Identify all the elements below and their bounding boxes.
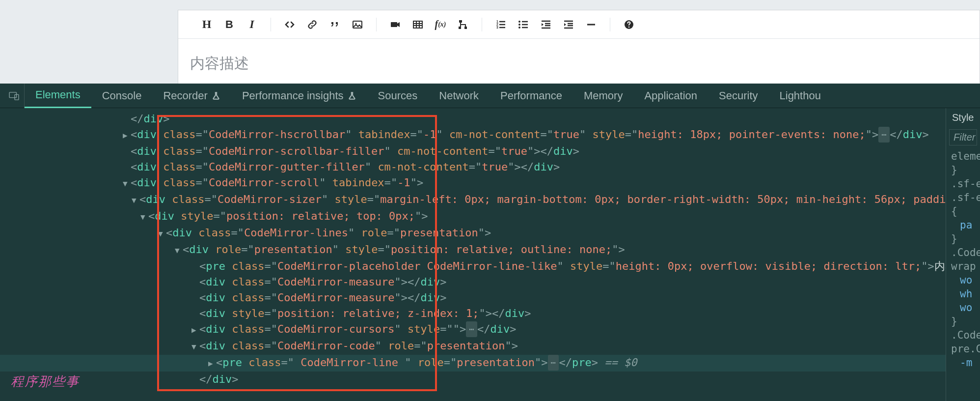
styles-rule-line[interactable]: wrap: [946, 259, 980, 273]
ordered-list-button[interactable]: 123: [494, 18, 508, 31]
dom-node[interactable]: <div class="CodeMirror-gutter-filler" cm…: [0, 159, 946, 175]
styles-filter-input[interactable]: Filter: [949, 129, 977, 145]
help-button[interactable]: [622, 18, 636, 31]
styles-rule-line[interactable]: }: [946, 315, 980, 328]
svg-rect-4: [459, 20, 462, 23]
styles-rule-line[interactable]: .sf-e: [946, 177, 980, 191]
styles-panel[interactable]: Style Filter eleme}.sf-e.sf-e{pa}.Codewr…: [946, 108, 980, 401]
elements-tree[interactable]: </div>▶<div class="CodeMirror-hscrollbar…: [0, 108, 946, 401]
styles-rule-line[interactable]: wh: [946, 287, 980, 301]
svg-point-14: [628, 26, 629, 27]
styles-rule-line[interactable]: wo: [946, 301, 980, 315]
dom-node[interactable]: ▼<div class="CodeMirror-scroll" tabindex…: [0, 175, 946, 192]
dom-node[interactable]: <pre class="CodeMirror-placeholder CodeM…: [0, 258, 946, 274]
styles-rule-line[interactable]: pre.C: [946, 342, 980, 356]
diagram-button[interactable]: [456, 18, 470, 31]
watermark: 程序那些事: [11, 373, 80, 390]
quote-button[interactable]: [328, 18, 342, 31]
dom-node[interactable]: </div>: [0, 372, 946, 387]
heading-button[interactable]: H: [200, 18, 214, 31]
svg-rect-0: [353, 21, 362, 28]
dom-node[interactable]: ▼<div class="CodeMirror-lines" role="pre…: [0, 225, 946, 242]
dom-node[interactable]: ▶<div class="CodeMirror-hscrollbar" tabi…: [0, 127, 946, 143]
dom-node[interactable]: </div>: [0, 111, 946, 127]
outdent-button[interactable]: [539, 18, 553, 31]
unordered-list-button[interactable]: [517, 18, 530, 31]
formula-button[interactable]: f(x): [434, 18, 447, 31]
styles-rule-line[interactable]: eleme: [946, 149, 980, 163]
dom-node[interactable]: <div class="CodeMirror-measure"></div>: [0, 274, 946, 290]
bold-button[interactable]: B: [222, 18, 236, 31]
styles-rule-line[interactable]: .sf-e: [946, 191, 980, 204]
styles-rule-line[interactable]: pa: [946, 218, 980, 232]
tab-console[interactable]: Console: [91, 84, 153, 108]
tab-recorder[interactable]: Recorder: [152, 84, 231, 108]
svg-rect-2: [391, 22, 397, 27]
svg-rect-6: [464, 27, 467, 29]
image-button[interactable]: [351, 18, 364, 31]
dom-node[interactable]: <div class="CodeMirror-scrollbar-filler"…: [0, 143, 946, 159]
indent-button[interactable]: [562, 18, 575, 31]
styles-rule-line[interactable]: {: [946, 204, 980, 218]
italic-button[interactable]: I: [245, 18, 259, 31]
tab-memory[interactable]: Memory: [573, 84, 633, 108]
tab-application[interactable]: Application: [633, 84, 708, 108]
link-button[interactable]: [305, 18, 319, 31]
tab-lighthouse[interactable]: Lighthou: [769, 84, 832, 108]
styles-rule-line[interactable]: -m: [946, 356, 980, 370]
styles-rule-line[interactable]: }: [946, 163, 980, 177]
horizontal-rule-button[interactable]: [584, 18, 598, 31]
dom-node[interactable]: ▼<div class="CodeMirror-code" role="pres…: [0, 338, 946, 355]
styles-rule-line[interactable]: .Code: [946, 246, 980, 259]
devtools-tabbar: Elements Console Recorder Performance in…: [0, 84, 980, 108]
svg-point-10: [518, 21, 520, 23]
svg-text:3: 3: [496, 26, 498, 29]
editor-placeholder[interactable]: 内容描述: [178, 39, 980, 88]
dom-node[interactable]: <div style="position: relative; z-index:…: [0, 306, 946, 321]
editor-toolbar: H B I f(x) 123: [178, 10, 980, 39]
svg-rect-15: [9, 92, 16, 97]
device-toggle-button[interactable]: [4, 84, 25, 108]
editor-area: H B I f(x) 123: [0, 0, 980, 84]
tab-network[interactable]: Network: [428, 84, 490, 108]
tab-performance-insights[interactable]: Performance insights: [231, 84, 367, 108]
video-button[interactable]: [388, 18, 402, 31]
code-button[interactable]: [283, 18, 297, 31]
tab-security[interactable]: Security: [708, 84, 768, 108]
styles-tab[interactable]: Style: [946, 110, 980, 125]
dom-node[interactable]: ▼<div style="position: relative; top: 0p…: [0, 208, 946, 225]
styles-rule-line[interactable]: wo: [946, 273, 980, 287]
styles-rule-line[interactable]: }: [946, 232, 980, 246]
styles-rule-line[interactable]: .Code: [946, 328, 980, 342]
editor-box: H B I f(x) 123: [178, 10, 980, 89]
svg-point-11: [518, 24, 520, 26]
dom-node[interactable]: ▶<pre class=" CodeMirror-line " role="pr…: [0, 355, 946, 372]
svg-rect-3: [413, 21, 422, 28]
dom-node[interactable]: ▼<div role="presentation" style="positio…: [0, 242, 946, 258]
devtools-panel: Elements Console Recorder Performance in…: [0, 84, 980, 401]
tab-elements[interactable]: Elements: [25, 84, 91, 108]
svg-rect-5: [459, 27, 461, 29]
svg-point-12: [518, 27, 520, 29]
tab-performance[interactable]: Performance: [490, 84, 573, 108]
dom-node[interactable]: ▼<div class="CodeMirror-sizer" style="ma…: [0, 192, 946, 208]
dom-node[interactable]: ▶<div class="CodeMirror-cursors" style="…: [0, 321, 946, 338]
dom-node[interactable]: <div class="CodeMirror-measure"></div>: [0, 290, 946, 306]
tab-sources[interactable]: Sources: [367, 84, 429, 108]
table-button[interactable]: [411, 18, 425, 31]
